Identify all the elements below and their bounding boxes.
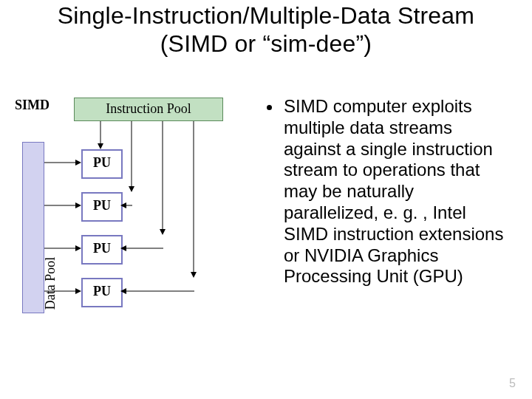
svg-marker-13 (160, 229, 166, 235)
arrow-data-to-pu-4 (44, 287, 81, 296)
title-line-1: Single-Instruction/Multiple-Data Stream (58, 2, 474, 29)
bullet-list: SIMD computer exploits multiple data str… (266, 96, 510, 287)
svg-marker-9 (98, 143, 103, 149)
data-pool-label: Data Pool (43, 199, 58, 369)
arrow-inst-to-pu-4 (189, 121, 198, 278)
svg-marker-17 (120, 202, 126, 208)
pu-box-1: PU (81, 149, 123, 179)
arrow-inst-to-pu-3 (158, 121, 167, 235)
pu-box-2: PU (81, 192, 123, 222)
slide-title: Single-Instruction/Multiple-Data Stream … (0, 1, 532, 58)
svg-marker-19 (120, 245, 126, 251)
svg-marker-7 (75, 288, 81, 294)
arrow-bend-pu-4 (120, 287, 194, 296)
arrow-data-to-pu-3 (44, 244, 81, 253)
arrow-bend-pu-3 (120, 244, 163, 253)
svg-marker-15 (191, 272, 197, 278)
svg-marker-11 (129, 186, 134, 192)
arrow-inst-to-pu-1 (96, 121, 105, 149)
svg-marker-5 (75, 245, 81, 251)
svg-marker-21 (120, 288, 126, 294)
arrow-inst-to-pu-2 (127, 121, 136, 192)
arrow-data-to-pu-1 (44, 158, 81, 167)
title-line-2: (SIMD or “sim-dee”) (160, 30, 372, 57)
arrow-data-to-pu-2 (44, 201, 81, 210)
simd-label: SIMD (15, 98, 50, 113)
page-number: 5 (509, 377, 516, 390)
pu-box-3: PU (81, 235, 123, 265)
svg-marker-3 (75, 202, 81, 208)
bullet-item: SIMD computer exploits multiple data str… (282, 96, 510, 287)
simd-diagram: SIMD Instruction Pool Data Pool PU PU PU… (15, 98, 251, 327)
instruction-pool-box: Instruction Pool (74, 98, 223, 121)
svg-marker-1 (75, 160, 81, 166)
pu-box-4: PU (81, 278, 123, 307)
arrow-bend-pu-2 (120, 201, 132, 210)
data-pool-box: Data Pool (22, 142, 44, 313)
